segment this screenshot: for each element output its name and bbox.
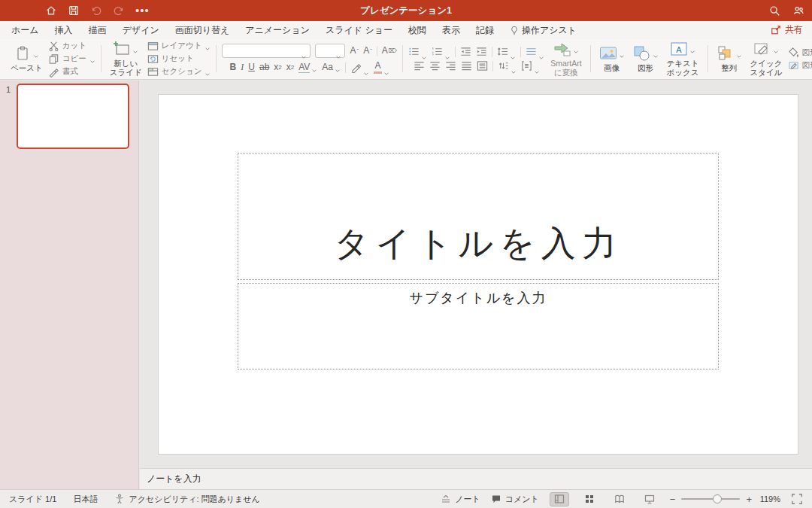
decrease-indent-button[interactable] (460, 46, 471, 57)
shape-fill-button[interactable]: 図形の塗りつぶし (788, 47, 812, 58)
list-level-button[interactable] (526, 46, 544, 57)
tab-animations[interactable]: アニメーション (244, 22, 311, 39)
slideshow-view-button[interactable] (640, 492, 659, 506)
decrease-font-size-button[interactable]: Aˇ (363, 46, 372, 56)
copy-button[interactable]: コピー (48, 53, 95, 65)
line-spacing-button[interactable] (497, 46, 516, 57)
italic-button[interactable]: I (241, 62, 244, 72)
justify-button[interactable] (461, 60, 472, 71)
paste-button[interactable]: ペースト (8, 45, 46, 72)
clear-formatting-button[interactable]: A⌦ (382, 46, 397, 56)
layout-button[interactable]: レイアウト (147, 41, 211, 52)
align-text-button[interactable] (521, 60, 540, 71)
home-icon[interactable] (45, 5, 57, 17)
change-case-button[interactable]: Aa (322, 62, 341, 72)
normal-view-icon (554, 494, 565, 504)
superscript-button[interactable]: x2 (274, 62, 281, 72)
slide-counter[interactable]: スライド 1/1 (9, 494, 56, 505)
tab-draw[interactable]: 描画 (88, 22, 108, 39)
zoom-in-button[interactable]: + (746, 494, 752, 505)
zoom-slider[interactable] (681, 498, 740, 500)
font-name-combobox[interactable] (222, 44, 311, 58)
numbering-button[interactable] (432, 46, 450, 57)
slide-thumbnail[interactable] (17, 84, 129, 149)
highlight-color-button[interactable] (350, 62, 369, 73)
group-separator (707, 45, 708, 72)
underline-button[interactable]: U (248, 62, 255, 72)
slide-canvas[interactable]: タイトルを入力 サブタイトルを入力 (158, 94, 798, 455)
section-icon (147, 66, 159, 78)
people-share-icon[interactable] (792, 5, 804, 17)
divider (377, 46, 377, 56)
slide-sorter-view-button[interactable] (580, 492, 599, 506)
notes-toggle-icon (441, 494, 451, 504)
accessibility-icon (114, 494, 125, 504)
subscript-button[interactable]: x2 (286, 62, 294, 72)
language-indicator[interactable]: 日本語 (73, 494, 98, 505)
align-left-button[interactable] (414, 60, 425, 71)
normal-view-button[interactable] (550, 492, 569, 506)
shape-outline-button[interactable]: 図形の枠線 (788, 59, 812, 71)
distribute-text-button[interactable] (477, 60, 488, 71)
share-icon (771, 25, 781, 35)
tab-home[interactable]: ホーム (11, 22, 40, 39)
arrange-group: 整列 クイック スタイル 図形の塗りつぶし (712, 41, 812, 76)
format-painter-button[interactable]: 書式 (48, 66, 95, 78)
tab-transitions[interactable]: 画面切り替え (174, 22, 231, 39)
text-direction-icon (498, 60, 509, 71)
share-button[interactable]: 共有 (771, 23, 803, 36)
reading-view-button[interactable] (610, 492, 629, 506)
tab-design[interactable]: デザイン (122, 22, 160, 39)
undo-icon[interactable] (90, 5, 102, 17)
ribbon-tab-bar: ホーム 挿入 描画 デザイン 画面切り替え アニメーション スライド ショー 校… (0, 21, 812, 39)
chevron-down-icon (132, 47, 138, 51)
text-direction-button[interactable] (498, 60, 517, 71)
quick-styles-button[interactable]: クイック スタイル (747, 41, 786, 77)
increase-font-size-button[interactable]: Aˆ (350, 46, 359, 56)
slide-editor-area: タイトルを入力 サブタイトルを入力 (140, 81, 812, 468)
picture-icon (599, 45, 617, 62)
bold-button[interactable]: B (230, 62, 237, 72)
zoom-controls: − + 119% (670, 494, 780, 505)
notes-toggle[interactable]: ノート (441, 494, 480, 505)
zoom-out-button[interactable]: − (670, 494, 676, 505)
section-button[interactable]: セクション (147, 66, 211, 78)
more-commands-icon[interactable]: ••• (135, 7, 150, 14)
shapes-button[interactable]: 図形 (630, 45, 662, 72)
picture-button[interactable]: 画像 (596, 45, 628, 72)
new-slide-button[interactable]: 新しい スライド (107, 41, 145, 77)
search-icon[interactable] (768, 5, 780, 17)
save-icon[interactable] (68, 5, 80, 17)
tab-slideshow[interactable]: スライド ショー (325, 22, 393, 39)
bullets-button[interactable] (408, 46, 427, 57)
tab-tell-me[interactable]: 操作アシスト (509, 22, 577, 39)
reset-button[interactable]: リセット (147, 53, 211, 65)
tab-insert[interactable]: 挿入 (54, 22, 74, 39)
clipboard-group: ペースト カット コピー 書式 (6, 41, 97, 76)
accessibility-status[interactable]: アクセシビリティ: 問題ありません (114, 494, 259, 505)
comments-toggle[interactable]: コメント (491, 494, 539, 505)
convert-to-smartart-button[interactable]: SmartArt に変換 (547, 41, 584, 77)
align-right-button[interactable] (445, 60, 456, 71)
zoom-percentage[interactable]: 119% (758, 494, 780, 503)
strikethrough-button[interactable]: ab (259, 62, 269, 72)
cut-button[interactable]: カット (48, 41, 95, 52)
redo-icon[interactable] (113, 5, 125, 17)
zoom-slider-knob[interactable] (713, 494, 722, 503)
tab-view[interactable]: 表示 (441, 22, 461, 39)
textbox-button[interactable]: A テキスト ボックス (664, 41, 702, 77)
tab-review[interactable]: 校閲 (408, 22, 427, 39)
notes-pane[interactable]: ノートを入力 (140, 468, 812, 489)
font-size-combobox[interactable] (315, 44, 345, 58)
notes-placeholder: ノートを入力 (147, 473, 201, 484)
ribbon: ペースト カット コピー 書式 (0, 39, 812, 80)
arrange-button[interactable]: 整列 (714, 45, 745, 72)
character-spacing-button[interactable]: AV (298, 62, 317, 73)
tab-record[interactable]: 記録 (475, 22, 495, 39)
align-center-button[interactable] (429, 60, 441, 71)
increase-indent-button[interactable] (476, 46, 487, 57)
subtitle-placeholder[interactable]: サブタイトルを入力 (238, 283, 719, 370)
title-placeholder[interactable]: タイトルを入力 (238, 153, 719, 280)
fit-slide-button[interactable] (791, 493, 803, 505)
font-color-button[interactable]: A (374, 61, 389, 74)
